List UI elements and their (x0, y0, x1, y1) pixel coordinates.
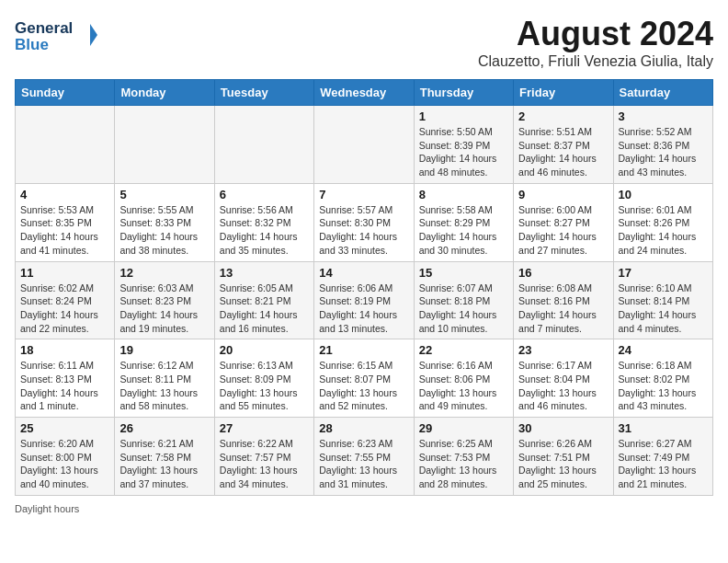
svg-marker-2 (90, 24, 97, 46)
day-number: 11 (20, 266, 109, 280)
calendar-cell: 17Sunrise: 6:10 AM Sunset: 8:14 PM Dayli… (613, 261, 712, 339)
col-header-tuesday: Tuesday (214, 80, 313, 106)
col-header-friday: Friday (514, 80, 613, 106)
day-info: Sunrise: 6:05 AM Sunset: 8:21 PM Dayligh… (220, 282, 309, 336)
calendar-cell: 3Sunrise: 5:52 AM Sunset: 8:36 PM Daylig… (613, 106, 712, 184)
day-info: Sunrise: 5:51 AM Sunset: 8:37 PM Dayligh… (518, 125, 608, 179)
day-info: Sunrise: 6:13 AM Sunset: 8:09 PM Dayligh… (220, 359, 309, 413)
day-number: 10 (619, 188, 708, 201)
day-number: 16 (518, 266, 608, 280)
month-title: August 2024 (478, 15, 713, 53)
day-number: 24 (619, 343, 708, 357)
day-info: Sunrise: 6:10 AM Sunset: 8:14 PM Dayligh… (619, 282, 708, 336)
calendar-cell: 8Sunrise: 5:58 AM Sunset: 8:29 PM Daylig… (414, 183, 513, 261)
day-number: 7 (319, 188, 408, 201)
day-number: 29 (419, 421, 508, 435)
day-info: Sunrise: 5:55 AM Sunset: 8:33 PM Dayligh… (119, 203, 209, 258)
day-info: Sunrise: 5:56 AM Sunset: 8:32 PM Dayligh… (220, 203, 309, 258)
calendar-cell: 2Sunrise: 5:51 AM Sunset: 8:37 PM Daylig… (514, 106, 613, 184)
calendar-cell: 22Sunrise: 6:16 AM Sunset: 8:06 PM Dayli… (414, 339, 513, 418)
day-info: Sunrise: 6:08 AM Sunset: 8:16 PM Dayligh… (518, 282, 608, 336)
day-number: 4 (20, 188, 109, 201)
calendar-cell: 4Sunrise: 5:53 AM Sunset: 8:35 PM Daylig… (16, 183, 115, 261)
calendar-body: 1Sunrise: 5:50 AM Sunset: 8:39 PM Daylig… (16, 106, 713, 496)
day-info: Sunrise: 6:07 AM Sunset: 8:18 PM Dayligh… (419, 282, 508, 336)
calendar-cell (115, 106, 214, 184)
logo: General Blue (15, 15, 97, 56)
calendar-cell: 21Sunrise: 6:15 AM Sunset: 8:07 PM Dayli… (314, 339, 414, 418)
calendar-cell: 30Sunrise: 6:26 AM Sunset: 7:51 PM Dayli… (514, 418, 613, 496)
calendar-cell: 11Sunrise: 6:02 AM Sunset: 8:24 PM Dayli… (16, 261, 115, 339)
day-info: Sunrise: 6:17 AM Sunset: 8:04 PM Dayligh… (518, 359, 608, 413)
day-number: 21 (319, 343, 408, 357)
calendar-cell: 26Sunrise: 6:21 AM Sunset: 7:58 PM Dayli… (115, 418, 214, 496)
day-number: 18 (20, 343, 109, 357)
calendar-cell: 24Sunrise: 6:18 AM Sunset: 8:02 PM Dayli… (613, 339, 712, 418)
calendar-cell: 28Sunrise: 6:23 AM Sunset: 7:55 PM Dayli… (314, 418, 414, 496)
day-number: 6 (220, 188, 309, 201)
day-info: Sunrise: 6:21 AM Sunset: 7:58 PM Dayligh… (119, 437, 209, 491)
calendar-cell: 18Sunrise: 6:11 AM Sunset: 8:13 PM Dayli… (16, 339, 115, 418)
calendar-cell: 31Sunrise: 6:27 AM Sunset: 7:49 PM Dayli… (613, 418, 712, 496)
location-title: Clauzetto, Friuli Venezia Giulia, Italy (478, 53, 713, 70)
day-info: Sunrise: 6:22 AM Sunset: 7:57 PM Dayligh… (220, 437, 309, 491)
day-info: Sunrise: 6:23 AM Sunset: 7:55 PM Dayligh… (319, 437, 408, 491)
calendar-cell: 29Sunrise: 6:25 AM Sunset: 7:53 PM Dayli… (414, 418, 513, 496)
svg-text:Blue: Blue (15, 36, 49, 53)
footer-note: Daylight hours (15, 503, 713, 514)
day-number: 2 (518, 109, 608, 123)
day-info: Sunrise: 6:25 AM Sunset: 7:53 PM Dayligh… (419, 437, 508, 491)
day-number: 17 (619, 266, 708, 280)
day-info: Sunrise: 6:06 AM Sunset: 8:19 PM Dayligh… (319, 282, 408, 336)
day-number: 3 (619, 109, 708, 123)
day-info: Sunrise: 6:00 AM Sunset: 8:27 PM Dayligh… (518, 203, 608, 258)
day-number: 31 (619, 421, 708, 435)
svg-text:General: General (15, 19, 73, 37)
day-number: 12 (119, 266, 209, 280)
day-info: Sunrise: 6:15 AM Sunset: 8:07 PM Dayligh… (319, 359, 408, 413)
day-number: 20 (220, 343, 309, 357)
calendar-cell: 15Sunrise: 6:07 AM Sunset: 8:18 PM Dayli… (414, 261, 513, 339)
calendar-cell: 12Sunrise: 6:03 AM Sunset: 8:23 PM Dayli… (115, 261, 214, 339)
calendar-cell: 23Sunrise: 6:17 AM Sunset: 8:04 PM Dayli… (514, 339, 613, 418)
calendar-cell: 25Sunrise: 6:20 AM Sunset: 8:00 PM Dayli… (16, 418, 115, 496)
logo-svg: General Blue (15, 15, 97, 56)
day-info: Sunrise: 6:27 AM Sunset: 7:49 PM Dayligh… (619, 437, 708, 491)
calendar-week-4: 25Sunrise: 6:20 AM Sunset: 8:00 PM Dayli… (16, 418, 713, 496)
calendar-cell (214, 106, 313, 184)
calendar-cell (16, 106, 115, 184)
calendar-week-1: 4Sunrise: 5:53 AM Sunset: 8:35 PM Daylig… (16, 183, 713, 261)
col-header-saturday: Saturday (613, 80, 712, 106)
day-info: Sunrise: 5:50 AM Sunset: 8:39 PM Dayligh… (419, 125, 508, 179)
title-area: August 2024 Clauzetto, Friuli Venezia Gi… (478, 15, 713, 70)
calendar-week-2: 11Sunrise: 6:02 AM Sunset: 8:24 PM Dayli… (16, 261, 713, 339)
calendar-cell: 10Sunrise: 6:01 AM Sunset: 8:26 PM Dayli… (613, 183, 712, 261)
day-number: 28 (319, 421, 408, 435)
calendar-cell (314, 106, 414, 184)
day-number: 27 (220, 421, 309, 435)
col-header-wednesday: Wednesday (314, 80, 414, 106)
day-info: Sunrise: 6:18 AM Sunset: 8:02 PM Dayligh… (619, 359, 708, 413)
day-number: 8 (419, 188, 508, 201)
calendar-cell: 6Sunrise: 5:56 AM Sunset: 8:32 PM Daylig… (214, 183, 313, 261)
calendar-cell: 13Sunrise: 6:05 AM Sunset: 8:21 PM Dayli… (214, 261, 313, 339)
col-header-monday: Monday (115, 80, 214, 106)
day-number: 9 (518, 188, 608, 201)
day-info: Sunrise: 6:11 AM Sunset: 8:13 PM Dayligh… (20, 359, 109, 413)
calendar-cell: 20Sunrise: 6:13 AM Sunset: 8:09 PM Dayli… (214, 339, 313, 418)
col-header-sunday: Sunday (16, 80, 115, 106)
day-number: 1 (419, 109, 508, 123)
day-number: 19 (119, 343, 209, 357)
calendar-table: SundayMondayTuesdayWednesdayThursdayFrid… (15, 79, 713, 496)
day-info: Sunrise: 5:52 AM Sunset: 8:36 PM Dayligh… (619, 125, 708, 179)
day-number: 13 (220, 266, 309, 280)
day-number: 5 (119, 188, 209, 201)
day-info: Sunrise: 6:03 AM Sunset: 8:23 PM Dayligh… (119, 282, 209, 336)
day-of-week-header: SundayMondayTuesdayWednesdayThursdayFrid… (16, 80, 713, 106)
day-number: 26 (119, 421, 209, 435)
day-info: Sunrise: 6:01 AM Sunset: 8:26 PM Dayligh… (619, 203, 708, 258)
calendar-cell: 27Sunrise: 6:22 AM Sunset: 7:57 PM Dayli… (214, 418, 313, 496)
calendar-cell: 14Sunrise: 6:06 AM Sunset: 8:19 PM Dayli… (314, 261, 414, 339)
day-info: Sunrise: 5:57 AM Sunset: 8:30 PM Dayligh… (319, 203, 408, 258)
day-info: Sunrise: 6:16 AM Sunset: 8:06 PM Dayligh… (419, 359, 508, 413)
